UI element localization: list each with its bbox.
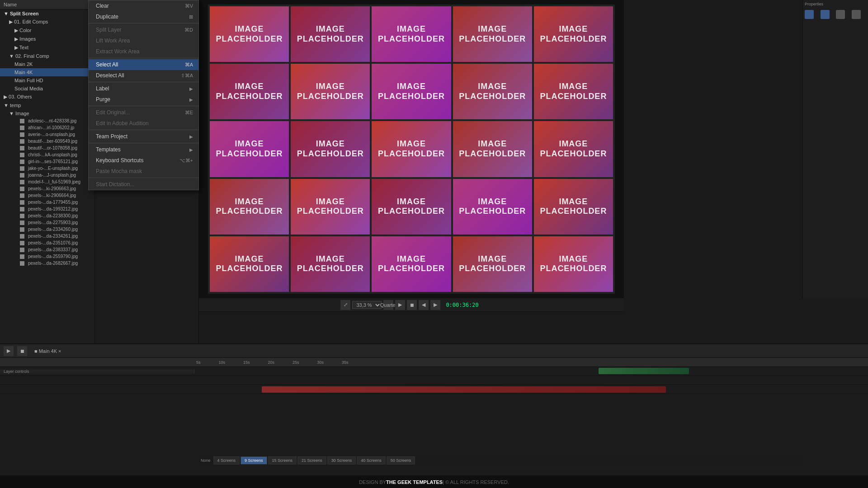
file-item-18[interactable]: pexels-...da-2351076.jpg (0, 239, 94, 246)
file-item-2[interactable]: averie-...o-unsplash.jpg (0, 131, 94, 138)
menu-duplicate[interactable]: Duplicate ⊠ (89, 11, 198, 22)
file-item-14[interactable]: pexels-...da-2238300.jpg (0, 212, 94, 219)
menu-templates[interactable]: Templates ▶ (89, 144, 198, 155)
btn-40screens[interactable]: 40 Screens (357, 456, 386, 465)
zoom-select[interactable]: 33,3 % (352, 301, 382, 309)
file-item-4[interactable]: beautif-...or-1078058.jpg (0, 145, 94, 151)
placeholder-18: IMAGEPLACEHOLDER (453, 179, 532, 235)
tree-item-image[interactable]: ▼ Image (0, 109, 94, 117)
timeline-area: ▶ ⏹ ■ Main 4K × 5s10s15s20s25s30s35s Lay… (0, 343, 868, 488)
timeline-tab-main4k[interactable]: ■ Main 4K × (34, 348, 61, 354)
menu-select-all[interactable]: Select All ⌘A (89, 59, 198, 70)
tree-item-main4k[interactable]: Main 4K (0, 68, 94, 76)
tree-item-images[interactable]: ▶ Images (0, 35, 94, 43)
right-panel-label: Properties (805, 2, 866, 6)
file-item-5[interactable]: christi-...kA-unsplash.jpg (0, 151, 94, 158)
track-row-1 (0, 376, 868, 385)
menu-lift-work-area: Lift Work Area (89, 35, 198, 46)
file-item-1[interactable]: african-...irl-1006202.jp (0, 124, 94, 131)
placeholder-20: IMAGEPLACEHOLDER (210, 236, 289, 292)
placeholder-19: IMAGEPLACEHOLDER (534, 179, 613, 235)
stop-button[interactable]: ⏹ (407, 300, 417, 310)
tree-item-03others[interactable]: ▶ 03. Others (0, 93, 94, 101)
tree-item-editcomps[interactable]: ▶ 01. Edit Comps (0, 18, 94, 26)
file-item-9[interactable]: model-f-...l_ful-51969.jpeg (0, 178, 94, 185)
placeholder-15: IMAGEPLACEHOLDER (210, 179, 289, 235)
menu-divider-7 (89, 178, 198, 178)
next-frame-button[interactable]: ▶ (430, 300, 440, 310)
file-item-20[interactable]: pexels-...da-2559790.jpg (0, 253, 94, 260)
menu-purge[interactable]: Purge ▶ (89, 94, 198, 105)
file-item-6[interactable]: girl-in-...ses-3765121.jpg (0, 158, 94, 165)
tree-item-socialmedia[interactable]: Social Media (0, 84, 94, 93)
timeline-stop-btn[interactable]: ⏹ (17, 346, 27, 356)
menu-deselect-all[interactable]: Deselect All ⇧⌘A (89, 70, 198, 81)
menu-start-dictation: Start Dictation... (89, 179, 198, 190)
timeline-ruler (71, 347, 861, 356)
menu-keyboard-shortcuts[interactable]: Keyboard Shortcuts ⌥⌘+ (89, 155, 198, 166)
placeholder-0: IMAGEPLACEHOLDER (210, 6, 289, 62)
tree-item-finalcomp[interactable]: ▼ 02. Final Comp (0, 52, 94, 60)
placeholder-21: IMAGEPLACEHOLDER (291, 236, 370, 292)
file-item-12[interactable]: pexels-...da-1779455.jpg (0, 199, 94, 206)
file-item-0[interactable]: adolesc-...nt-428338.jpg (0, 117, 94, 124)
menu-divider-6 (89, 143, 198, 143)
placeholder-10: IMAGEPLACEHOLDER (210, 121, 289, 177)
tree-item-text[interactable]: ▶ Text (0, 43, 94, 52)
prev-frame-button[interactable]: ◀ (419, 300, 429, 310)
tree-item-mainfullhd[interactable]: Main Full HD (0, 76, 94, 84)
file-item-15[interactable]: pexels-...da-2275903.jpg (0, 219, 94, 226)
menu-label[interactable]: Label ▶ (89, 83, 198, 94)
btn-4screens[interactable]: 4 Screens (213, 456, 240, 465)
file-item-10[interactable]: pexels-...ki-2906663.jpg (0, 185, 94, 192)
screen-count-row: None 4 Screens 9 Screens 15 Screens 21 S… (199, 455, 802, 465)
tree-item-color[interactable]: ▶ Color (0, 26, 94, 35)
placeholder-16: IMAGEPLACEHOLDER (291, 179, 370, 235)
icon-btn-3[interactable] (836, 10, 845, 19)
tree-item-temp[interactable]: ▼ temp (0, 101, 94, 109)
menu-split-layer: Split Layer ⌘D (89, 24, 198, 35)
file-item-8[interactable]: joanna-...J-unsplash.jpg (0, 172, 94, 178)
context-menu: Clear ⌘V Duplicate ⊠ Split Layer ⌘D Lift… (88, 0, 199, 190)
btn-21screens[interactable]: 21 Screens (297, 456, 326, 465)
main-preview: IMAGEPLACEHOLDER IMAGEPLACEHOLDER IMAGEP… (199, 0, 624, 298)
bottom-text: DESIGN BY (359, 479, 386, 485)
file-item-21[interactable]: pexels-...da-2682667.jpg (0, 260, 94, 267)
placeholder-8: IMAGEPLACEHOLDER (453, 64, 532, 119)
icon-btn-4[interactable] (852, 10, 861, 19)
placeholder-5: IMAGEPLACEHOLDER (210, 64, 289, 119)
file-item-11[interactable]: pexels-...ki-2906664.jpg (0, 192, 94, 199)
placeholder-1: IMAGEPLACEHOLDER (291, 6, 370, 62)
play-button[interactable]: ▶ (395, 300, 405, 310)
btn-9screens[interactable]: 9 Screens (241, 456, 267, 465)
file-item-19[interactable]: pexels-...da-2383337.jpg (0, 246, 94, 253)
btn-15screens[interactable]: 15 Screens (268, 456, 297, 465)
icon-btn-1[interactable] (805, 10, 814, 19)
placeholder-9: IMAGEPLACEHOLDER (534, 64, 613, 119)
right-panel-icons (805, 10, 866, 19)
file-item-16[interactable]: pexels-...da-2334260.jpg (0, 226, 94, 233)
quality-button[interactable]: Quarter (383, 300, 393, 310)
menu-extract-work-area: Extract Work Area (89, 46, 198, 57)
btn-50screens[interactable]: 50 Screens (387, 456, 415, 465)
menu-team-project[interactable]: Team Project ▶ (89, 131, 198, 142)
timeline-play-btn[interactable]: ▶ (4, 346, 14, 356)
menu-divider-3 (89, 82, 198, 82)
icon-btn-2[interactable] (821, 10, 830, 19)
file-item-7[interactable]: jake-yo-...E-unsplash.jpg (0, 165, 94, 172)
ruler-marks: 5s10s15s20s25s30s35s (194, 360, 868, 365)
track-bar-red[interactable] (262, 386, 666, 393)
menu-divider-1 (89, 23, 198, 23)
file-item-3[interactable]: beautif-...ber-609549.jpg (0, 138, 94, 145)
placeholder-22: IMAGEPLACEHOLDER (372, 236, 451, 292)
timeline-content: 5s10s15s20s25s30s35s Layer controls 00:3… (0, 358, 868, 471)
track-row-2 (0, 385, 868, 394)
tree-item-splitscreen[interactable]: ▼ Split Screen (0, 9, 94, 18)
track-bar-green[interactable] (599, 368, 689, 374)
menu-clear[interactable]: Clear ⌘V (89, 0, 198, 11)
tree-item-main2k[interactable]: Main 2K (0, 60, 94, 68)
btn-30screens[interactable]: 30 Screens (327, 456, 356, 465)
zoom-fit-button[interactable]: ⤢ (340, 300, 350, 310)
file-item-13[interactable]: pexels-...da-1993212.jpg (0, 206, 94, 212)
file-item-17[interactable]: pexels-...da-2334261.jpg (0, 233, 94, 239)
